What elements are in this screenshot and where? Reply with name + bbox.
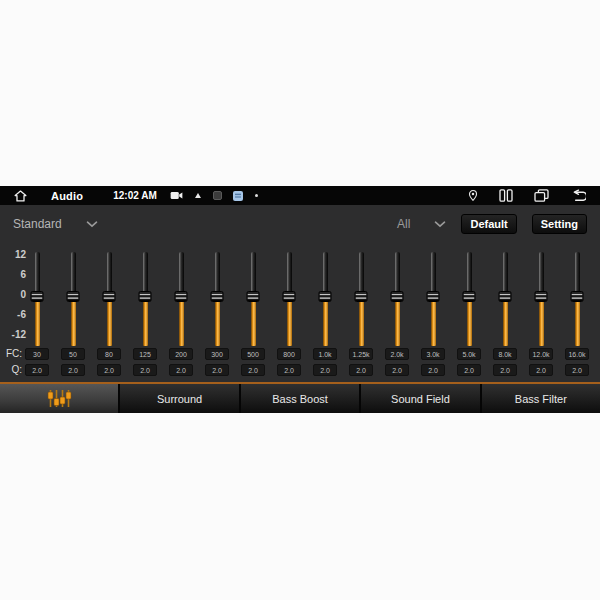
slider-thumb[interactable] [463,291,476,302]
fc-value-chip-cell: 500 [235,348,271,360]
slider-thumb[interactable] [535,291,548,302]
fc-value-chip: 2.0k [385,348,409,360]
sliders-row [0,243,600,346]
tab-label: Surround [157,393,202,405]
slider-thumb[interactable] [283,291,296,302]
fc-value-chip-cell: 800 [271,348,307,360]
fc-value-chip: 8.0k [493,348,517,360]
q-value-chip: 2.0 [241,364,265,376]
slider-track-upper [503,252,508,291]
slider-thumb[interactable] [139,291,152,302]
slider-track-upper [359,252,364,291]
equalizer-sliders-icon [46,389,73,408]
clock: 12:02 AM [113,190,157,201]
slider-track-lower [143,301,148,346]
q-value-chip: 2.0 [97,364,121,376]
eq-band-slider[interactable] [379,243,415,346]
tab-surround[interactable]: Surround [118,384,238,413]
eq-band-slider[interactable] [91,243,127,346]
eq-band-slider[interactable] [163,243,199,346]
caret-up-icon [195,193,201,198]
back-arrow-icon[interactable] [570,189,586,202]
tab-bass-boost[interactable]: Bass Boost [239,384,359,413]
q-value-chip-cell: 2.0 [523,364,559,376]
slider-track-lower [467,301,472,346]
q-value-chip: 2.0 [385,364,409,376]
tab-equalizer[interactable] [0,384,118,413]
slider-thumb[interactable] [175,291,188,302]
default-button[interactable]: Default [461,214,516,234]
eq-band-slider[interactable] [343,243,379,346]
slider-thumb[interactable] [31,291,44,302]
fc-value-chip: 1.0k [313,348,337,360]
tab-bass-filter[interactable]: Bass Filter [480,384,600,413]
scope-dropdown[interactable]: All [397,217,446,231]
eq-band-slider[interactable] [307,243,343,346]
slider-thumb[interactable] [499,291,512,302]
slider-track-lower [539,301,544,346]
slider-thumb[interactable] [391,291,404,302]
eq-band-slider[interactable] [127,243,163,346]
slider-track-lower [215,301,220,346]
slider-track-lower [323,301,328,346]
slider-thumb[interactable] [571,291,584,302]
slider-track-lower [71,301,76,346]
tab-sound-field[interactable]: Sound Field [359,384,479,413]
home-icon[interactable] [14,190,27,202]
slider-thumb[interactable] [67,291,80,302]
eq-band-slider[interactable] [559,243,595,346]
preset-dropdown-value: Standard [13,217,62,231]
preset-dropdown[interactable]: Standard [13,217,98,231]
fc-value-chip-cell: 1.25k [343,348,379,360]
slider-thumb[interactable] [103,291,116,302]
q-value-chip: 2.0 [169,364,193,376]
q-value-chip: 2.0 [565,364,589,376]
status-bar: Audio 12:02 AM [0,186,600,205]
q-value-chip: 2.0 [457,364,481,376]
app-chip-blue-icon[interactable] [233,191,243,201]
q-value-chip: 2.0 [277,364,301,376]
eq-band-slider[interactable] [55,243,91,346]
fc-value-chip: 50 [61,348,85,360]
eq-band-slider[interactable] [199,243,235,346]
slider-track-upper [251,252,256,291]
eq-band-slider[interactable] [523,243,559,346]
audio-tab-bar: SurroundBass BoostSound FieldBass Filter [0,382,600,413]
setting-button[interactable]: Setting [532,214,587,234]
eq-band-slider[interactable] [19,243,55,346]
eq-band-slider[interactable] [235,243,271,346]
slider-track-upper [287,252,292,291]
toolbar: Standard All Default Setting [0,205,600,243]
q-value-chip-cell: 2.0 [451,364,487,376]
slider-thumb[interactable] [211,291,224,302]
eq-band-slider[interactable] [415,243,451,346]
slider-track-lower [395,301,400,346]
q-value-chip-cell: 2.0 [415,364,451,376]
slider-thumb[interactable] [355,291,368,302]
fc-value-chip: 200 [169,348,193,360]
slider-track-lower [251,301,256,346]
slider-thumb[interactable] [319,291,332,302]
slider-track-upper [323,252,328,291]
eq-band-slider[interactable] [451,243,487,346]
recent-apps-icon[interactable] [534,189,549,202]
slider-thumb[interactable] [247,291,260,302]
fc-value-chip: 12.0k [529,348,553,360]
equalizer-panel: 1260-6-12 [0,243,600,346]
app-chip-gray-icon[interactable] [213,191,222,200]
q-value-chip: 2.0 [421,364,445,376]
fc-value-chip: 300 [205,348,229,360]
tab-label: Sound Field [391,393,450,405]
slider-track-upper [395,252,400,291]
fc-value-chip-cell: 16.0k [559,348,595,360]
video-camera-icon[interactable] [170,191,183,200]
q-value-chip: 2.0 [133,364,157,376]
fc-value-chip-cell: 2.0k [379,348,415,360]
eq-band-slider[interactable] [271,243,307,346]
q-value-chip-cell: 2.0 [199,364,235,376]
q-value-chip-cell: 2.0 [307,364,343,376]
slider-thumb[interactable] [427,291,440,302]
slider-track-upper [431,252,436,291]
split-screen-icon[interactable] [499,189,513,202]
eq-band-slider[interactable] [487,243,523,346]
